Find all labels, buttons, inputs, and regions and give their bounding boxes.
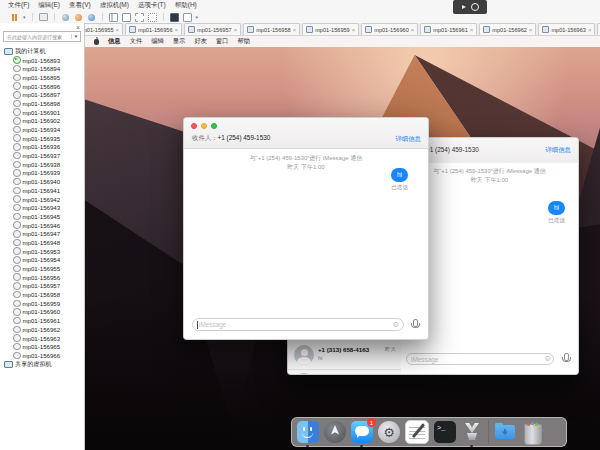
- menu-item[interactable]: 文件(F): [8, 1, 29, 10]
- tab-close-icon[interactable]: ×: [529, 27, 533, 33]
- menu-item[interactable]: 好友: [194, 37, 207, 46]
- message-input[interactable]: iMessage: [406, 353, 554, 365]
- apple-icon[interactable]: [94, 39, 99, 45]
- library-panel-icon[interactable]: [109, 13, 118, 22]
- vm-tab[interactable]: mp01-156963 ×: [538, 23, 595, 35]
- sidebar-vm-item[interactable]: mp01-156954: [0, 256, 84, 265]
- sidebar-vm-item[interactable]: mp01-156948: [0, 238, 84, 247]
- cursor-icon[interactable]: [462, 5, 466, 9]
- minimize-window-icon[interactable]: [201, 123, 207, 129]
- sidebar-vm-item[interactable]: mp01-156962: [0, 325, 84, 334]
- record-ring-icon[interactable]: [471, 3, 479, 11]
- menu-item[interactable]: 显示: [173, 37, 186, 46]
- sidebar-vm-item[interactable]: mp01-156901: [0, 108, 84, 117]
- tab-close-icon[interactable]: ×: [411, 27, 415, 33]
- snapshot-revert-icon[interactable]: [61, 13, 70, 22]
- vm-tab[interactable]: mp01-156959 ×: [302, 23, 359, 35]
- menu-item[interactable]: 编辑(E): [38, 1, 60, 10]
- fullscreen-icon[interactable]: [135, 13, 144, 22]
- send-ctrl-alt-del-icon[interactable]: [39, 13, 48, 22]
- sidebar-vm-item[interactable]: mp01-156956: [0, 273, 84, 282]
- snapshot-manager-icon[interactable]: [87, 13, 96, 22]
- sidebar-vm-item[interactable]: mp01-156941: [0, 186, 84, 195]
- tree-node-my-computer[interactable]: 我的计算机: [0, 47, 84, 56]
- vm-tab[interactable]: mp01-156957 ×: [184, 23, 241, 35]
- close-window-icon[interactable]: [191, 123, 197, 129]
- sidebar-vm-item[interactable]: mp01-156958: [0, 290, 84, 299]
- emoji-picker-icon[interactable]: ☺: [392, 321, 400, 329]
- vm-tab[interactable]: mp01-156962 ×: [479, 23, 536, 35]
- sidebar-vm-item[interactable]: mp01-156965: [0, 342, 84, 351]
- details-button[interactable]: 详细信息: [395, 135, 421, 144]
- dock-launchpad-icon[interactable]: [324, 421, 346, 443]
- sidebar-vm-item[interactable]: mp01-156947: [0, 229, 84, 238]
- sidebar-vm-item[interactable]: mp01-156902: [0, 117, 84, 126]
- sidebar-vm-item[interactable]: mp01-156940: [0, 177, 84, 186]
- sidebar-vm-item[interactable]: mp01-156936: [0, 143, 84, 152]
- dock-trash-icon[interactable]: [524, 424, 542, 445]
- microphone-icon[interactable]: [564, 353, 569, 361]
- suspend-dropdown-caret[interactable]: ▾: [23, 15, 26, 20]
- menu-item[interactable]: 帮助(H): [175, 1, 197, 10]
- capture-icon[interactable]: [183, 13, 192, 22]
- dock-textedit-icon[interactable]: [405, 420, 429, 444]
- messages-window-front[interactable]: 收件人：+1 (254) 459-1530 详细信息 与“+1 (254) 45…: [183, 117, 429, 340]
- tab-close-icon[interactable]: ×: [175, 27, 179, 33]
- tree-node-shared-vms[interactable]: 共享的虚拟机: [0, 360, 84, 369]
- suspend-icon[interactable]: [10, 13, 19, 22]
- sidebar-vm-item[interactable]: mp01-156939: [0, 169, 84, 178]
- search-dropdown-caret[interactable]: ▼: [71, 34, 80, 39]
- capture-dropdown-caret[interactable]: ▾: [196, 15, 199, 20]
- tab-close-icon[interactable]: ×: [352, 27, 356, 33]
- menu-item[interactable]: 信息: [108, 37, 121, 46]
- sidebar-vm-item[interactable]: mp01-156943: [0, 203, 84, 212]
- sidebar-close-icon[interactable]: ×: [76, 24, 80, 31]
- sidebar-vm-item[interactable]: mp01-156963: [0, 334, 84, 343]
- sidebar-vm-item[interactable]: mp01-156894: [0, 64, 84, 73]
- recipient-field[interactable]: 收件人：+1 (254) 459-1530: [192, 134, 270, 143]
- vm-tab[interactable]: mp01-156960 ×: [361, 23, 418, 35]
- sidebar-vm-item[interactable]: mp01-156935: [0, 134, 84, 143]
- sidebar-vm-item[interactable]: mp01-156895: [0, 73, 84, 82]
- menu-item[interactable]: 文件: [130, 37, 143, 46]
- dock-downloads-icon[interactable]: [494, 421, 516, 443]
- console-view-icon[interactable]: [122, 13, 131, 22]
- emoji-picker-icon[interactable]: ☺: [544, 355, 552, 363]
- sidebar-vm-item[interactable]: mp01-156961: [0, 316, 84, 325]
- sidebar-vm-item[interactable]: mp01-156953: [0, 247, 84, 256]
- sidebar-vm-item[interactable]: mp01-156946: [0, 221, 84, 230]
- sidebar-vm-item[interactable]: mp01-156938: [0, 160, 84, 169]
- menu-item[interactable]: 编辑: [151, 37, 164, 46]
- tab-close-icon[interactable]: ×: [234, 27, 238, 33]
- vm-tab[interactable]: mp01-156961 ×: [420, 23, 477, 35]
- conversation-row[interactable]: +1 (313) 658-4163 昨天 hi: [288, 342, 401, 370]
- dock-messages-icon[interactable]: 1: [351, 421, 373, 443]
- menu-item[interactable]: 选项卡(T): [138, 1, 166, 10]
- dock-terminal-icon[interactable]: >_: [434, 421, 456, 443]
- vm-tab[interactable]: mp01-156956 ×: [125, 23, 182, 35]
- zoom-window-icon[interactable]: [211, 123, 217, 129]
- dock-preferences-icon[interactable]: ⚙: [378, 421, 400, 443]
- sidebar-vm-item[interactable]: mp01-156896: [0, 82, 84, 91]
- unity-icon[interactable]: [148, 13, 157, 22]
- sidebar-vm-item[interactable]: mp01-156897: [0, 90, 84, 99]
- details-button[interactable]: 详细信息: [545, 146, 571, 155]
- dock-installer-icon[interactable]: [461, 421, 483, 443]
- sidebar-vm-item[interactable]: mp01-156937: [0, 151, 84, 160]
- sidebar-vm-item[interactable]: mp01-156898: [0, 99, 84, 108]
- sidebar-vm-item[interactable]: mp01-156960: [0, 308, 84, 317]
- snapshot-take-icon[interactable]: [74, 13, 83, 22]
- tab-close-icon[interactable]: ×: [293, 27, 297, 33]
- message-input[interactable]: iMessage: [192, 318, 404, 331]
- menu-item[interactable]: 虚拟机(M): [100, 1, 129, 10]
- menu-item[interactable]: 帮助: [238, 37, 251, 46]
- sidebar-vm-item[interactable]: mp01-156893: [0, 56, 84, 65]
- dock-finder-icon[interactable]: [297, 421, 319, 443]
- console-icon[interactable]: [170, 13, 179, 22]
- vm-tab[interactable]: mp01-156958 ×: [243, 23, 300, 35]
- conversation-row-partial[interactable]: [288, 370, 401, 375]
- sidebar-vm-item[interactable]: mp01-156955: [0, 264, 84, 273]
- microphone-icon[interactable]: [413, 319, 418, 327]
- window-titlebar[interactable]: 收件人：+1 (254) 459-1530 详细信息: [184, 118, 428, 149]
- sidebar-vm-item[interactable]: mp01-156957: [0, 282, 84, 291]
